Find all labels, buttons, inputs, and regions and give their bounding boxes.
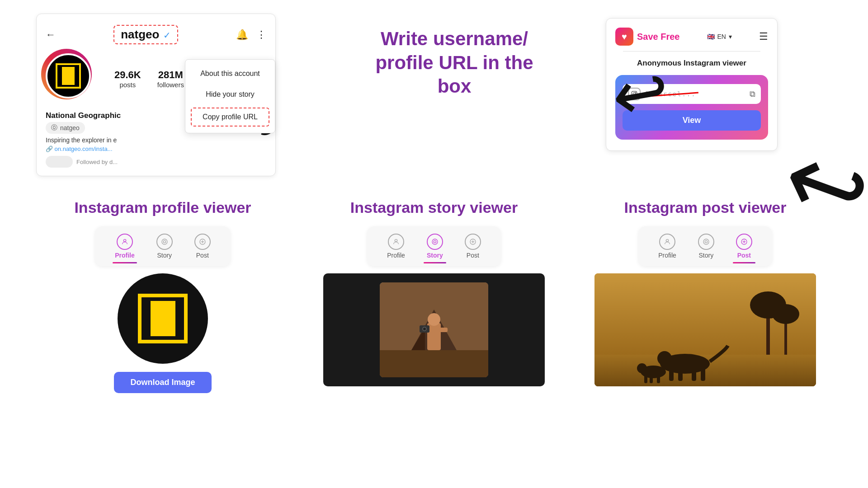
avatar xyxy=(46,53,91,99)
ig-stat-posts: 29.6K posts xyxy=(114,69,141,89)
svg-point-28 xyxy=(705,240,707,243)
profile-tab-icon xyxy=(117,234,133,250)
tab-profile-label-2: Profile xyxy=(658,252,676,259)
tab-story-1[interactable]: Story xyxy=(416,231,454,262)
lang-label: EN xyxy=(717,33,726,40)
tab-story-label-2: Story xyxy=(699,252,714,259)
instruction-box: Write username/ profile URL in the box xyxy=(375,23,533,99)
posts-count: 29.6K xyxy=(114,69,141,81)
svg-point-3 xyxy=(123,239,126,242)
tab-post-label-0: Post xyxy=(196,252,209,259)
ig-icon-row: 🔔 ⋮ xyxy=(236,29,266,41)
download-image-button[interactable]: Download Image xyxy=(114,372,211,393)
svg-point-10 xyxy=(432,239,438,244)
svg-rect-46 xyxy=(644,375,647,383)
mutual-follower-text: Followed by d... xyxy=(76,159,118,165)
post-tab-bar: Profile Story Post xyxy=(638,226,772,266)
language-selector[interactable]: 🇬🇧 EN ▾ xyxy=(707,33,732,40)
tab-post-label-1: Post xyxy=(467,252,479,259)
ng-big-logo-inner xyxy=(151,301,175,336)
tab-story-0[interactable]: Story xyxy=(146,231,184,262)
svg-rect-22 xyxy=(439,328,448,332)
svg-rect-42 xyxy=(692,368,696,381)
svg-point-26 xyxy=(666,239,668,242)
svg-rect-43 xyxy=(701,368,705,381)
svg-point-45 xyxy=(637,363,647,373)
svg-rect-48 xyxy=(657,375,660,383)
story-tab-icon-1 xyxy=(427,234,443,250)
post-tab-icon-2 xyxy=(736,234,752,250)
followers-count: 281M xyxy=(157,69,184,81)
back-button[interactable]: ← xyxy=(46,29,56,41)
copy-profile-url-item[interactable]: Copy profile URL xyxy=(191,108,269,127)
story-tab-bar: Profile Story Post xyxy=(367,226,501,266)
tab-profile-0[interactable]: Profile xyxy=(104,231,146,262)
flag-icon: 🇬🇧 xyxy=(707,33,715,40)
handle-text: natgeo xyxy=(60,124,80,131)
followers-label: followers xyxy=(157,81,184,89)
svg-point-27 xyxy=(703,239,709,244)
tab-post-2[interactable]: Post xyxy=(725,231,763,262)
avatar-container xyxy=(46,53,96,104)
post-svg xyxy=(594,273,816,386)
hide-story-item[interactable]: Hide your story xyxy=(185,84,275,105)
profile-tab-icon-1 xyxy=(388,234,404,250)
tab-profile-1[interactable]: Profile xyxy=(376,231,416,262)
svg-point-5 xyxy=(163,240,165,243)
sf-header: ♥ Save Free 🇬🇧 EN ▾ ☰ xyxy=(615,28,768,46)
sf-logo-text: Save Free xyxy=(637,32,680,42)
mutual-followers-row: Followed by d... xyxy=(46,156,266,168)
ng-big-circle xyxy=(118,273,208,364)
separator xyxy=(623,51,760,52)
tab-story-label-0: Story xyxy=(157,252,172,259)
right-curve-arrow: ↩ xyxy=(770,124,868,246)
ng-big-logo xyxy=(138,294,188,343)
tab-profile-label-0: Profile xyxy=(115,252,135,259)
svg-point-20 xyxy=(428,313,440,326)
bell-icon[interactable]: 🔔 xyxy=(236,29,248,41)
posts-label: posts xyxy=(114,81,141,89)
ng-logo-inner xyxy=(62,67,75,85)
post-tab-icon-1 xyxy=(465,234,481,250)
tab-story-2[interactable]: Story xyxy=(687,231,725,262)
story-inner-image xyxy=(380,282,488,377)
svg-point-11 xyxy=(434,240,436,243)
profile-viewer-card: Instagram profile viewer Profile Story xyxy=(52,199,274,393)
username-box: natgeo ✓ xyxy=(113,25,178,44)
tab-post-label-2: Post xyxy=(737,252,751,259)
profile-viewer-title: Instagram profile viewer xyxy=(52,199,274,216)
mutual-follower-avatars xyxy=(46,156,73,168)
about-account-item[interactable]: About this account xyxy=(185,63,275,84)
tab-profile-label-1: Profile xyxy=(387,252,405,259)
svg-point-4 xyxy=(162,239,167,244)
sf-logo: ♥ Save Free xyxy=(615,28,680,46)
bottom-section: Instagram profile viewer Profile Story xyxy=(0,181,868,393)
svg-point-39 xyxy=(657,351,672,366)
context-menu: About this account Hide your story Copy … xyxy=(185,59,275,133)
instruction-text: Write username/ profile URL in the box xyxy=(375,27,533,99)
ng-logo xyxy=(56,63,81,89)
tab-story-label-1: Story xyxy=(427,252,443,259)
post-image-area xyxy=(594,273,816,386)
post-tab-icon xyxy=(194,234,211,250)
hamburger-icon[interactable]: ☰ xyxy=(759,31,768,42)
tab-post-0[interactable]: Post xyxy=(184,231,222,262)
svg-point-37 xyxy=(772,304,799,324)
ig-stat-followers: 281M followers xyxy=(157,69,184,89)
more-options-icon[interactable]: ⋮ xyxy=(256,29,266,41)
svg-rect-40 xyxy=(669,368,674,381)
sf-logo-icon: ♥ xyxy=(615,28,633,46)
tab-post-1[interactable]: Post xyxy=(454,231,492,262)
svg-rect-47 xyxy=(650,375,653,383)
profile-tab-bar: Profile Story Post xyxy=(95,226,231,266)
story-image-area xyxy=(323,273,545,386)
story-viewer-card: Instagram story viewer Profile Story xyxy=(323,199,545,393)
thread-icon: ⓪ xyxy=(51,124,57,132)
svg-point-25 xyxy=(423,328,426,330)
top-section: ← natgeo ✓ 🔔 ⋮ 29.6K xyxy=(0,0,868,176)
copy-icon[interactable]: ⧉ xyxy=(750,89,755,99)
chevron-down-icon: ▾ xyxy=(729,33,732,40)
tab-profile-2[interactable]: Profile xyxy=(647,231,687,262)
verified-badge: ✓ xyxy=(163,30,171,40)
svg-rect-16 xyxy=(380,350,488,377)
